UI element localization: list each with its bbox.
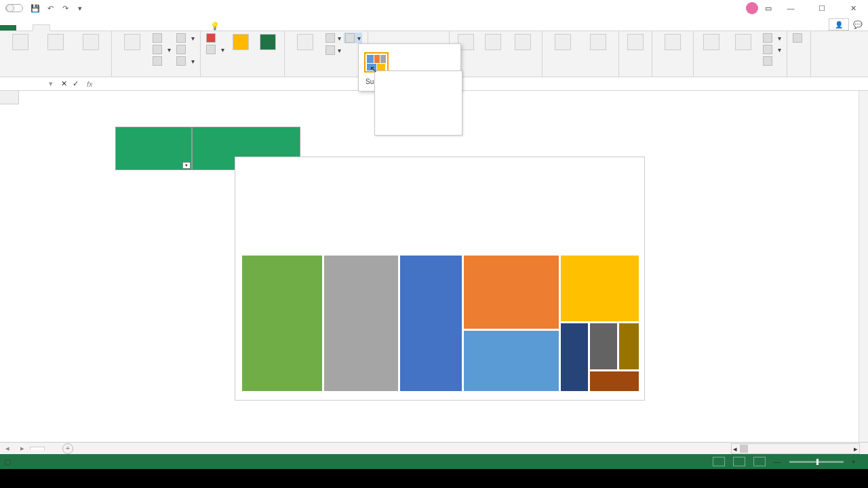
chart-legend [235, 165, 644, 171]
fx-icon[interactable]: fx [84, 80, 96, 88]
signature-button[interactable]: ▾ [762, 44, 783, 55]
tm-luxemburg[interactable] [324, 256, 398, 391]
screenshot-button[interactable]: ▾ [175, 56, 196, 66]
tab-powerpivot[interactable] [180, 25, 197, 30]
online-pictures-button[interactable] [151, 33, 172, 43]
link-button[interactable] [623, 33, 648, 53]
group-label [205, 74, 280, 75]
tab-ansicht[interactable] [115, 25, 132, 30]
tm-frankreich[interactable] [464, 256, 559, 329]
sparkline-column-button[interactable] [481, 33, 505, 53]
bing-maps-button[interactable] [229, 33, 253, 53]
tab-hilfe[interactable] [148, 25, 164, 30]
tab-factset[interactable] [164, 25, 180, 30]
pivottable-button[interactable] [4, 33, 37, 53]
group-label [791, 74, 806, 75]
view-pagebreak-icon[interactable] [753, 457, 766, 466]
timeline-button[interactable] [582, 33, 614, 53]
tm-daenemark[interactable] [590, 323, 617, 369]
sparkline-winloss-button[interactable] [508, 33, 538, 53]
comment-button[interactable] [656, 33, 689, 53]
icons-button[interactable] [151, 56, 172, 66]
tm-schweiz[interactable] [242, 256, 322, 391]
status-bar: ▢ — + [0, 454, 868, 469]
tell-me-search[interactable]: 💡 [210, 22, 222, 30]
tab-ueberpruefen[interactable] [99, 25, 115, 30]
worksheet[interactable]: ▾ Su… [0, 91, 868, 447]
comments-button[interactable]: 💬 [853, 20, 863, 29]
chart-type-icon[interactable]: ▾ [324, 33, 342, 43]
tm-polen[interactable] [561, 256, 639, 321]
my-addins-button[interactable]: ▾ [205, 44, 226, 55]
save-icon[interactable]: 💾 [30, 3, 41, 14]
chart-title[interactable] [235, 157, 644, 165]
autosave-toggle[interactable] [3, 4, 23, 12]
shapes-button[interactable]: ▾ [151, 44, 172, 55]
undo-icon[interactable]: ↶ [45, 3, 56, 14]
namebox-dropdown-icon[interactable]: ▾ [46, 79, 56, 88]
pictures-button[interactable] [116, 33, 149, 53]
enter-icon[interactable]: ✓ [73, 79, 79, 88]
symbol-button[interactable] [791, 33, 806, 43]
group-label [623, 74, 648, 75]
sheet-nav-prev-icon[interactable]: ◂ [0, 444, 15, 453]
sheet-nav-next-icon[interactable]: ▸ [15, 444, 30, 453]
tab-formeln[interactable] [66, 25, 83, 30]
treemap-chart[interactable] [235, 157, 645, 401]
smartart-button[interactable] [175, 44, 196, 55]
header-footer-button[interactable] [728, 33, 759, 53]
group-label [698, 74, 783, 75]
tab-daten[interactable] [83, 25, 99, 30]
cursor-icon: ↖ [370, 64, 378, 75]
3dmodels-button[interactable]: ▾ [175, 33, 196, 43]
tm-tschechien[interactable] [561, 323, 588, 391]
sheet-tab-2[interactable] [45, 447, 58, 449]
file-tab[interactable] [0, 25, 16, 30]
chart-type-icon[interactable]: ▾ [344, 33, 362, 43]
group-label [289, 74, 363, 75]
select-all-corner[interactable] [0, 91, 19, 104]
minimize-button[interactable]: — [778, 1, 803, 15]
zoom-slider[interactable] [789, 461, 844, 463]
bottom-bar [0, 469, 868, 488]
recommended-charts-button[interactable] [289, 33, 321, 53]
textbox-button[interactable] [698, 33, 725, 53]
cancel-icon[interactable]: ✕ [61, 79, 67, 88]
recommended-pivot-button[interactable] [39, 33, 72, 53]
horizontal-scrollbar[interactable]: ◂▸ [731, 443, 860, 454]
slicer-button[interactable] [547, 33, 579, 53]
avatar[interactable] [746, 2, 758, 14]
view-normal-icon[interactable] [713, 457, 725, 466]
vertical-scrollbar[interactable] [859, 91, 868, 442]
close-button[interactable]: ✕ [841, 1, 865, 15]
group-label [656, 74, 689, 75]
object-button[interactable] [762, 56, 783, 66]
tm-belgien[interactable] [619, 323, 639, 369]
get-addins-button[interactable] [205, 33, 226, 43]
tab-einfuegen[interactable] [33, 24, 50, 31]
view-layout-icon[interactable] [733, 457, 745, 466]
redo-icon[interactable]: ↷ [60, 3, 71, 14]
new-sheet-button[interactable]: + [62, 443, 73, 454]
share-button[interactable]: 👤 [829, 18, 849, 30]
tm-niederlande[interactable] [590, 371, 639, 391]
maximize-button[interactable]: ☐ [810, 1, 834, 15]
zoom-out-button[interactable]: — [774, 458, 781, 466]
table-button[interactable] [75, 33, 107, 53]
sheet-tab-1[interactable] [30, 447, 45, 450]
qat-customize-icon[interactable]: ▾ [75, 3, 85, 14]
tab-start[interactable] [16, 25, 33, 30]
chart-tooltip [374, 70, 462, 136]
tab-seitenlayout[interactable] [50, 25, 66, 30]
people-graph-button[interactable] [256, 33, 280, 53]
chart-type-icon[interactable]: ▾ [324, 45, 342, 56]
tm-deutschland[interactable] [464, 331, 559, 391]
wordart-button[interactable]: ▾ [762, 33, 783, 43]
record-macro-icon[interactable]: ▢ [4, 458, 11, 466]
group-label [4, 74, 107, 75]
ribbon-options-icon[interactable]: ▭ [765, 4, 772, 13]
tm-oesterreich[interactable] [400, 256, 462, 391]
filter-dropdown-icon[interactable]: ▾ [182, 162, 191, 169]
zoom-in-button[interactable]: + [852, 458, 856, 466]
tab-entwicklertools[interactable] [132, 25, 148, 30]
